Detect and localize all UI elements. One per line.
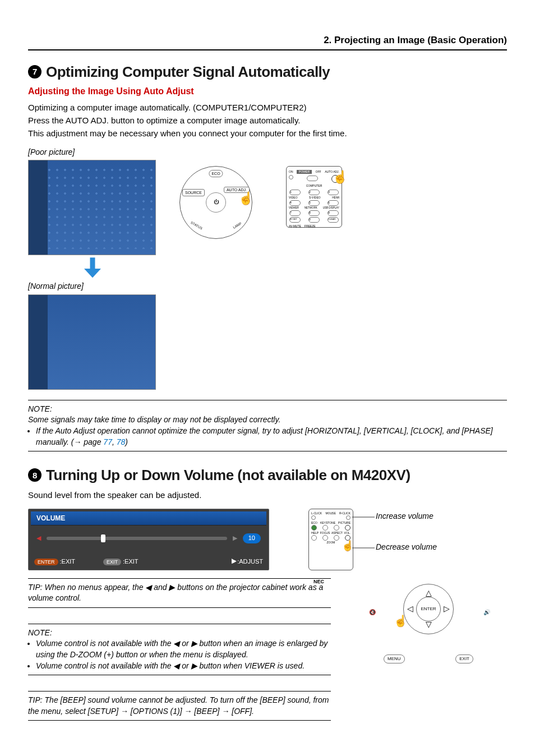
adjust-label: ⯈:ADJUST xyxy=(231,557,263,566)
btn-1: 1 xyxy=(289,190,301,195)
help-btn-icon xyxy=(311,535,317,541)
note-2-bullet-1: Volume control is not available with the… xyxy=(36,638,331,660)
rclick-btn-icon xyxy=(346,515,350,520)
lclick-label: L-CLICK xyxy=(311,511,322,515)
note-2-heading: NOTE: xyxy=(28,628,331,639)
before-after-screenshots: [Poor picture] [Normal picture] xyxy=(28,144,157,390)
volume-osd: VOLUME ◀ ▶ 10 ENTER:EXIT EXIT:EXIT ⯈:ADJ… xyxy=(28,509,269,570)
network-label: NETWORK xyxy=(305,206,317,210)
note-2: NOTE: Volume control is not available wi… xyxy=(28,628,331,671)
normal-picture-image xyxy=(28,294,156,390)
menu-button: MENU xyxy=(384,654,405,663)
note-2-bullet-2: Volume control is not available with the… xyxy=(36,661,331,672)
btn-4: 4 xyxy=(289,200,301,206)
projector-panel-diagram: ECO SOURCE AUTO ADJ. ⏻ STATUS LAMP ☝ xyxy=(179,166,252,239)
svideo-label: S-VIDEO xyxy=(309,196,321,200)
exit-button: EXIT xyxy=(455,654,473,663)
off-label: OFF xyxy=(316,170,321,174)
focus-label: FOCUS xyxy=(320,531,330,535)
speaker-left-icon: 🔇 xyxy=(369,609,376,616)
increase-volume-label: Increase volume xyxy=(376,511,437,522)
btn-7: 7 xyxy=(289,210,301,216)
volume-slider xyxy=(47,537,227,540)
speaker-right-icon: 🔊 xyxy=(483,609,490,616)
eco-btn-icon xyxy=(311,525,317,531)
power-button-icon: ⏻ xyxy=(206,192,226,213)
circled-8-icon: 8 xyxy=(28,468,41,482)
section-8-heading: Turning Up or Down Volume (not available… xyxy=(46,465,411,485)
chapter-title: 2. Projecting an Image (Basic Operation) xyxy=(28,34,507,50)
remote-top-diagram: ON POWER OFF AUTO ADJ. COMPUTER 1 2 3 VI… xyxy=(286,166,342,228)
pointing-hand-icon: ☝ xyxy=(238,192,252,209)
cabinet-panel-diagram: △ ▽ ◁ ▷ ENTER MENU EXIT 🔇 🔊 ☝ xyxy=(350,584,507,662)
volume-value: 10 xyxy=(243,533,261,543)
freeze-label: FREEZE xyxy=(305,224,316,228)
clear-btn: CLEAR xyxy=(328,217,339,223)
slider-thumb-icon xyxy=(101,534,105,542)
video-label: VIDEO xyxy=(289,196,298,200)
decrease-volume-label: Decrease volume xyxy=(376,542,437,553)
volume-osd-title: VOLUME xyxy=(31,511,266,526)
tip-1: TIP: When no menus appear, the ◀ and ▶ b… xyxy=(28,582,331,604)
mouse-label: MOUSE xyxy=(325,511,335,515)
note-heading: NOTE: xyxy=(28,404,507,415)
exit-exit-label: EXIT:EXIT xyxy=(103,557,139,566)
lamp-label: LAMP xyxy=(232,222,242,230)
section-8-line-1: Sound level from the speaker can be adju… xyxy=(28,489,507,501)
down-triangle-icon: ▽ xyxy=(426,619,432,630)
btn-2: 2 xyxy=(308,190,320,195)
volume-remote-diagram: L-CLICK MOUSE R-CLICK ECO KEYSTONE PICTU… xyxy=(308,509,353,570)
hdmi-label: HDMI xyxy=(332,196,339,200)
btn-9: 9 xyxy=(328,210,339,216)
idset-btn: ID SET xyxy=(289,217,301,223)
note-line-1: Some signals may take time to display or… xyxy=(28,414,507,426)
circled-7-icon: 7 xyxy=(28,65,41,79)
aspect-label: ASPECT xyxy=(331,531,343,535)
keystone-label: KEYSTONE xyxy=(320,521,335,525)
picture-btn-icon xyxy=(334,525,339,531)
viewer-label: VIEWER xyxy=(289,206,299,210)
section-8-title: 8 Turning Up or Down Volume (not availab… xyxy=(28,465,507,485)
leader-line-icon xyxy=(352,513,375,521)
left-triangle-icon: ◁ xyxy=(407,603,413,615)
avmute-label: AV-MUTE xyxy=(289,224,301,228)
usb-label: USB DISPLAY xyxy=(323,206,339,210)
nec-logo: NEC xyxy=(313,578,350,586)
btn-0: 0 xyxy=(308,217,320,223)
section-7-heading: Optimizing Computer Signal Automatically xyxy=(46,62,330,82)
aspect-btn-icon xyxy=(334,535,339,541)
btn-3: 3 xyxy=(328,190,339,195)
note-bullet-1: If the Auto Adjust operation cannot opti… xyxy=(36,426,507,448)
arrow-down-icon xyxy=(84,257,101,278)
btn-8: 8 xyxy=(308,210,320,216)
computer-label: COMPUTER xyxy=(289,184,339,188)
lclick-btn-icon xyxy=(311,515,316,520)
left-triangle-icon: ◀ xyxy=(36,534,41,542)
picture-label: PICTURE xyxy=(338,521,350,525)
link-page-77[interactable]: 77 xyxy=(103,437,112,446)
vol-label: VOL. xyxy=(344,531,350,535)
subsection-auto-adjust: Adjusting the Image Using Auto Adjust xyxy=(28,85,507,98)
on-btn-icon xyxy=(289,175,293,179)
keystone-btn-icon xyxy=(322,525,328,531)
poor-picture-image xyxy=(28,160,156,255)
source-button: SOURCE xyxy=(182,189,205,197)
power-label: POWER xyxy=(297,170,312,174)
right-triangle-icon: ▷ xyxy=(444,603,450,615)
right-triangle-icon: ▶ xyxy=(233,534,237,542)
pointing-hand-icon: ☝ xyxy=(333,171,346,188)
link-page-78[interactable]: 78 xyxy=(117,437,126,446)
normal-picture-label: [Normal picture] xyxy=(28,281,157,292)
body-line-2: Press the AUTO ADJ. button to optimize a… xyxy=(28,114,507,126)
vol-plus-btn-icon xyxy=(345,525,350,531)
up-triangle-icon: △ xyxy=(426,588,432,599)
section-7-title: 7 Optimizing Computer Signal Automatical… xyxy=(28,62,507,82)
body-line-3: This adjustment may be necessary when yo… xyxy=(28,127,507,139)
focus-btn-icon xyxy=(322,535,328,541)
status-label: STATUS xyxy=(190,220,203,231)
pointing-hand-icon: ☝ xyxy=(394,615,407,632)
on-label: ON xyxy=(289,170,293,174)
leader-line-icon xyxy=(352,544,375,552)
help-label: HELP xyxy=(311,531,319,535)
eco-label: ECO xyxy=(311,521,317,525)
